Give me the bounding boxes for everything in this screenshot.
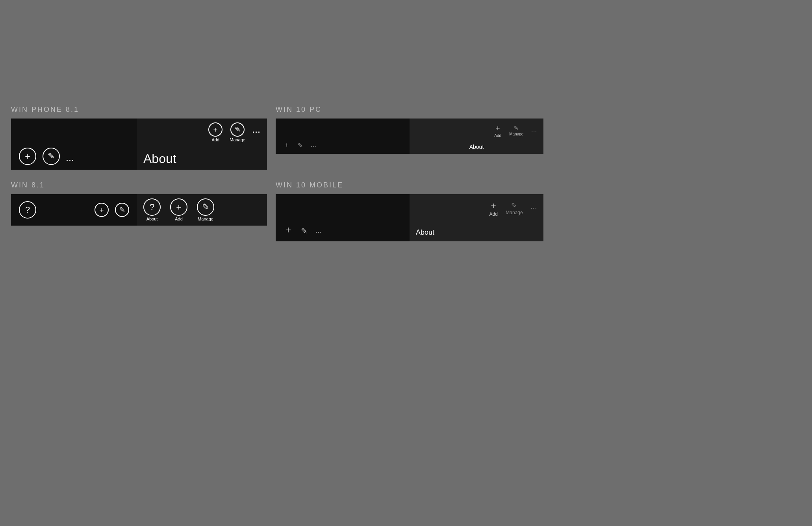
- w10m-add-group[interactable]: ＋ Add: [489, 200, 498, 217]
- w10pc-add-group[interactable]: ＋ Add: [494, 123, 501, 138]
- win-81-section: WIN 8.1 ? ＋ ✎ ? About ＋ Add ✎ Manage: [11, 181, 267, 226]
- wp81-about-text: About: [143, 152, 261, 166]
- win-81-label: WIN 8.1: [11, 181, 267, 189]
- w81-question-icon[interactable]: ?: [19, 201, 36, 219]
- w81-manage-label: Manage: [198, 217, 213, 221]
- w10m-manage-label: Manage: [506, 210, 523, 215]
- w10pc-dots-icon[interactable]: ···: [311, 143, 317, 149]
- w10pc-manage-icon-right[interactable]: ✎: [514, 125, 519, 131]
- wp81-add-icon-right[interactable]: ＋: [208, 122, 222, 137]
- w10pc-add-icon[interactable]: ＋: [284, 141, 290, 149]
- w10pc-add-icon-right[interactable]: ＋: [494, 123, 501, 133]
- w10pc-about-text: About: [416, 144, 537, 151]
- w10pc-left-panel: ＋ ✎ ···: [276, 119, 410, 154]
- w10pc-dots-right[interactable]: ···: [531, 128, 537, 134]
- w81-edit-icon[interactable]: ✎: [115, 203, 129, 217]
- w81-manage-icon[interactable]: ✎: [197, 198, 214, 216]
- wp81-manage-icon-right[interactable]: ✎: [230, 122, 245, 137]
- wp81-add-group[interactable]: ＋ Add: [208, 122, 222, 142]
- wp81-right-panel: ＋ Add ✎ Manage ··· About: [137, 119, 267, 170]
- win-10-pc-label: WIN 10 PC: [276, 106, 543, 114]
- wp81-left-panel: ＋ ✎ ···: [11, 119, 137, 170]
- w10pc-add-label: Add: [494, 133, 501, 138]
- w81-right-panel: ? About ＋ Add ✎ Manage: [137, 194, 267, 226]
- w10m-left-panel: ＋ ✎ ···: [276, 194, 410, 241]
- wp81-add-icon[interactable]: ＋: [19, 148, 36, 165]
- w10m-add-label: Add: [489, 211, 498, 217]
- wp81-manage-label: Manage: [230, 137, 245, 142]
- win-81-mockup: ? ＋ ✎ ? About ＋ Add ✎ Manage: [11, 194, 267, 226]
- wp81-add-label: Add: [211, 137, 219, 142]
- w10m-dots-right[interactable]: ···: [531, 205, 537, 212]
- wp81-right-top-bar: ＋ Add ✎ Manage ···: [143, 122, 261, 142]
- w10m-pencil-icon[interactable]: ✎: [301, 226, 308, 236]
- w81-manage-group[interactable]: ✎ Manage: [197, 198, 214, 221]
- w81-add-icon[interactable]: ＋: [95, 203, 109, 217]
- win-phone-81-mockup: ＋ ✎ ··· ＋ Add ✎ Manage ··· About: [11, 119, 267, 170]
- wp81-more-icon[interactable]: ···: [66, 157, 74, 165]
- w10m-right-panel: ＋ Add ✎ Manage ··· About: [410, 194, 543, 241]
- w10pc-pencil-icon[interactable]: ✎: [298, 142, 303, 149]
- w10m-manage-group[interactable]: ✎ Manage: [506, 201, 523, 215]
- w10pc-manage-label: Manage: [509, 132, 523, 136]
- win-10-mobile-label: WIN 10 MOBILE: [276, 181, 543, 189]
- w10m-manage-icon-right[interactable]: ✎: [511, 201, 517, 210]
- w81-left-panel: ? ＋ ✎: [11, 194, 137, 226]
- w10pc-manage-group[interactable]: ✎ Manage: [509, 125, 523, 136]
- w10m-dots-icon[interactable]: ···: [315, 229, 322, 236]
- wp81-edit-icon[interactable]: ✎: [43, 148, 60, 165]
- w81-add-icon-right[interactable]: ＋: [170, 198, 187, 216]
- w10pc-right-panel: ＋ Add ✎ Manage ··· About: [410, 119, 543, 154]
- win-phone-81-label: WIN PHONE 8.1: [11, 106, 267, 114]
- w81-about-group[interactable]: ? About: [143, 198, 161, 221]
- w81-about-label: About: [146, 217, 158, 221]
- w10m-about-text: About: [416, 228, 537, 237]
- w10m-add-icon-right[interactable]: ＋: [489, 200, 498, 211]
- wp81-dots-right[interactable]: ···: [252, 128, 261, 137]
- w81-add-group[interactable]: ＋ Add: [170, 198, 187, 221]
- win-phone-81-section: WIN PHONE 8.1 ＋ ✎ ··· ＋ Add ✎ Manage ···…: [11, 106, 267, 170]
- win-10-mobile-mockup: ＋ ✎ ··· ＋ Add ✎ Manage ··· About: [276, 194, 543, 241]
- w10m-right-top-bar: ＋ Add ✎ Manage ···: [416, 200, 537, 217]
- w81-add-label: Add: [175, 217, 183, 221]
- win-10-pc-mockup: ＋ ✎ ··· ＋ Add ✎ Manage ··· About: [276, 119, 543, 154]
- w10m-add-icon[interactable]: ＋: [284, 223, 293, 236]
- w81-about-icon[interactable]: ?: [143, 198, 161, 216]
- win-10-mobile-section: WIN 10 MOBILE ＋ ✎ ··· ＋ Add ✎ Manage ···…: [276, 181, 543, 241]
- w10pc-right-top-bar: ＋ Add ✎ Manage ···: [416, 123, 537, 138]
- wp81-manage-group[interactable]: ✎ Manage: [230, 122, 245, 142]
- win-10-pc-section: WIN 10 PC ＋ ✎ ··· ＋ Add ✎ Manage ··· Abo…: [276, 106, 543, 154]
